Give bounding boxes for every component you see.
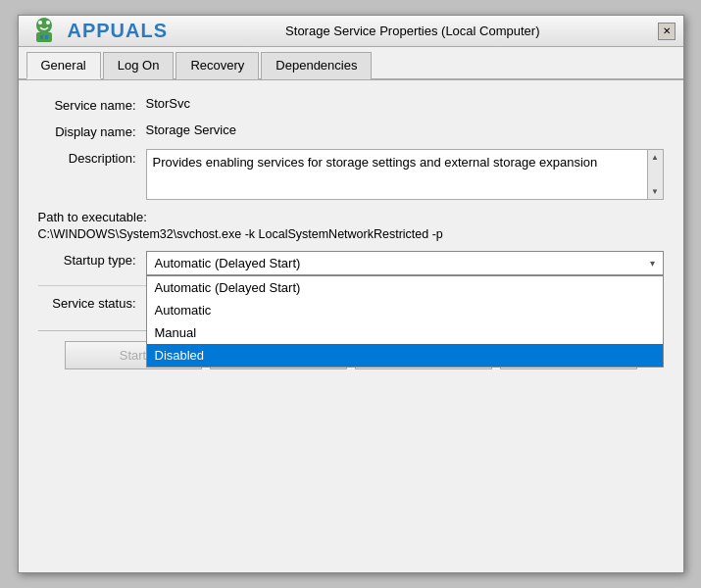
startup-type-selected-value: Automatic (Delayed Start) [155,256,301,270]
dropdown-option-manual[interactable]: Manual [147,321,663,344]
dropdown-option-automatic[interactable]: Automatic [147,299,663,321]
tabs-bar: General Log On Recovery Dependencies [19,47,683,80]
startup-type-dropdown-container: Automatic (Delayed Start) ▾ Automatic (D… [146,251,664,275]
svg-point-1 [38,21,42,24]
service-status-label: Service status: [38,296,146,311]
path-label: Path to executable: [38,210,664,224]
description-box[interactable]: Provides enabling services for storage s… [146,149,664,200]
dropdown-option-automatic-delayed[interactable]: Automatic (Delayed Start) [147,276,663,299]
startup-type-row: Startup type: Automatic (Delayed Start) … [38,251,664,275]
service-name-row: Service name: StorSvc [38,96,664,113]
display-name-label: Display name: [38,122,146,139]
properties-window: APPUALS Storage Service Properties (Loca… [18,15,684,573]
service-name-label: Service name: [38,96,146,113]
svg-rect-4 [40,35,43,39]
display-name-row: Display name: Storage Service [38,122,664,139]
tab-content-general: Service name: StorSvc Display name: Stor… [19,80,683,330]
description-label: Description: [38,149,146,166]
startup-type-dropdown-list: Automatic (Delayed Start) Automatic Manu… [146,275,664,368]
title-bar-controls: ✕ [658,23,676,40]
display-name-value: Storage Service [146,122,664,137]
tab-recovery[interactable]: Recovery [175,52,259,79]
description-text: Provides enabling services for storage s… [153,155,598,170]
startup-type-label: Startup type: [38,251,146,268]
tab-general[interactable]: General [26,52,101,79]
svg-point-2 [46,21,50,24]
startup-type-dropdown[interactable]: Automatic (Delayed Start) ▾ [146,251,664,275]
svg-rect-5 [45,35,48,39]
svg-point-0 [36,18,52,33]
dropdown-option-disabled[interactable]: Disabled [147,344,663,367]
logo-area: APPUALS [26,14,169,49]
appuals-logo-icon [26,14,62,49]
svg-rect-3 [36,32,52,42]
scroll-up-arrow[interactable]: ▲ [651,152,659,163]
title-bar: APPUALS Storage Service Properties (Loca… [19,16,683,47]
appuals-logo-text: APPUALS [68,20,169,42]
tab-dependencies[interactable]: Dependencies [261,52,372,79]
path-section: Path to executable: C:\WINDOWS\System32\… [38,210,664,241]
dropdown-arrow-icon: ▾ [650,258,655,269]
tab-logon[interactable]: Log On [103,52,175,79]
service-name-value: StorSvc [146,96,664,111]
scroll-down-arrow[interactable]: ▼ [651,186,659,197]
close-button[interactable]: ✕ [658,23,676,40]
description-row: Description: Provides enabling services … [38,149,664,200]
description-scrollbar[interactable]: ▲ ▼ [647,150,663,199]
path-value: C:\WINDOWS\System32\svchost.exe -k Local… [38,227,664,241]
window-title: Storage Service Properties (Local Comput… [285,24,539,38]
